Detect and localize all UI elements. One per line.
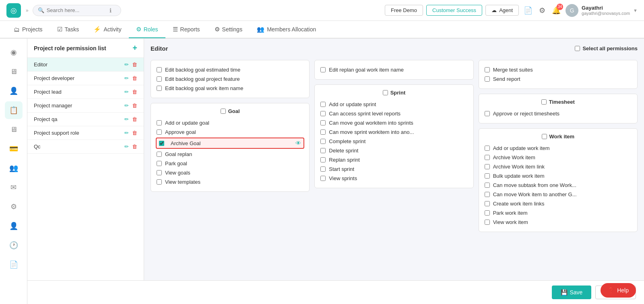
customer-success-button[interactable]: Customer Success	[426, 5, 482, 16]
cb-park-goal[interactable]	[157, 161, 162, 166]
cb-view-templates[interactable]	[157, 179, 162, 185]
cb-backlog-project-feature[interactable]	[157, 76, 162, 82]
goal-header-checkbox[interactable]	[221, 109, 226, 114]
add-role-button[interactable]: +	[132, 43, 137, 53]
col1: Edit backlog goal estimated time Edit ba…	[151, 60, 310, 232]
tab-reports[interactable]: ☰ Reports	[165, 21, 207, 38]
save-icon: 💾	[561, 289, 568, 296]
cb-approve-reject-timesheets[interactable]	[485, 111, 490, 116]
sidebar-item-settings[interactable]: ⚙	[5, 198, 23, 216]
cb-complete-sprint[interactable]	[320, 139, 326, 144]
user-menu[interactable]: G Gayathri gayathri@snovasys.com ▼	[566, 4, 638, 17]
edit-icon-qc[interactable]: ✏	[124, 144, 129, 150]
agent-button[interactable]: ☁ Agent	[485, 5, 519, 16]
cb-delete-sprint[interactable]	[320, 148, 326, 153]
sidebar-item-billing[interactable]: 💳	[5, 140, 23, 158]
select-all-label[interactable]: Select all permissions	[575, 45, 638, 51]
delete-icon-qa[interactable]: 🗑	[132, 116, 137, 122]
edit-icon-editor[interactable]: ✏	[124, 62, 129, 68]
tasks-icon: ☑	[57, 26, 62, 33]
sidebar-item-mail[interactable]: ✉	[5, 179, 23, 196]
role-item-project-support[interactable]: Project support role ✏ 🗑	[27, 126, 144, 140]
edit-icon-lead[interactable]: ✏	[124, 89, 129, 95]
delete-icon-lead[interactable]: 🗑	[132, 89, 137, 95]
tab-roles[interactable]: ⚙ Roles	[129, 21, 165, 38]
edit-icon-qa[interactable]: ✏	[124, 116, 129, 122]
sidebar-item-display[interactable]: 🖥	[5, 121, 23, 138]
delete-icon-manager[interactable]: 🗑	[132, 103, 137, 109]
cb-move-work-item-goal[interactable]	[485, 192, 490, 197]
role-item-project-developer[interactable]: Project developer ✏ 🗑	[27, 72, 144, 85]
settings-icon: ⚙	[215, 26, 220, 33]
cb-bulk-update-work-item[interactable]	[485, 173, 490, 179]
sprint-header-checkbox[interactable]	[383, 90, 388, 95]
role-item-editor[interactable]: Editor ✏ 🗑	[27, 58, 144, 72]
sidebar-item-users[interactable]: 👤	[5, 82, 23, 100]
perm-archive-goal: Archive Goal 👁	[156, 138, 304, 149]
cb-create-work-item-links[interactable]	[485, 201, 490, 206]
tab-projects[interactable]: 🗂 Projects	[6, 21, 50, 38]
cb-merge-test-suites[interactable]	[485, 67, 490, 72]
user-name: Gayathri	[582, 5, 630, 11]
sidebar-item-account[interactable]: 👤	[5, 217, 23, 235]
delete-icon-editor[interactable]: 🗑	[132, 62, 137, 68]
cb-backlog-work-item[interactable]	[157, 86, 162, 91]
cb-add-update-goal[interactable]	[157, 120, 162, 125]
tab-settings[interactable]: ⚙ Settings	[207, 21, 250, 38]
cb-archive-work-item[interactable]	[485, 155, 490, 160]
sidebar-item-tv[interactable]: 🖥	[5, 63, 23, 80]
delete-icon-dev[interactable]: 🗑	[132, 75, 137, 81]
edit-icon-dev[interactable]: ✏	[124, 75, 129, 81]
role-item-project-lead[interactable]: Project lead ✏ 🗑	[27, 85, 144, 99]
sidebar-item-projects[interactable]: 📋	[5, 101, 23, 119]
notification-icon[interactable]: 🔔 34	[550, 4, 562, 16]
role-item-project-qa[interactable]: Project qa ✏ 🗑	[27, 113, 144, 126]
cb-sprint-level-reports[interactable]	[320, 111, 326, 116]
cb-archive-goal[interactable]	[159, 141, 164, 146]
role-item-qc[interactable]: Qc ✏ 🗑	[27, 140, 144, 154]
cb-move-sprint-workitem[interactable]	[320, 129, 326, 135]
eye-icon[interactable]: 👁	[295, 140, 301, 146]
info-icon[interactable]: ℹ	[109, 7, 111, 14]
cb-view-work-item[interactable]	[485, 220, 490, 225]
cb-start-sprint[interactable]	[320, 166, 326, 172]
cb-view-sprints[interactable]	[320, 176, 326, 181]
role-item-project-manager[interactable]: Project manager ✏ 🗑	[27, 99, 144, 113]
cb-move-goal-workitem[interactable]	[320, 120, 326, 125]
save-button[interactable]: 💾 Save	[552, 286, 592, 299]
document-icon[interactable]: 📄	[522, 4, 534, 16]
delete-icon-support[interactable]: 🗑	[132, 130, 137, 136]
free-demo-button[interactable]: Free Demo	[385, 5, 423, 16]
cb-archive-work-item-link[interactable]	[485, 164, 490, 169]
cb-add-update-work-item[interactable]	[485, 146, 490, 151]
sidebar-item-dashboard[interactable]: ◉	[5, 43, 23, 61]
cb-send-report[interactable]	[485, 76, 490, 82]
cb-replan-sprint[interactable]	[320, 157, 326, 162]
delete-icon-qc[interactable]: 🗑	[132, 144, 137, 150]
tab-activity[interactable]: ⚡ Activity	[86, 21, 128, 38]
cb-goal-replan[interactable]	[157, 152, 162, 157]
work-item-header-checkbox[interactable]	[542, 134, 547, 139]
topbar-right: Free Demo Customer Success ☁ Agent 📄 ⚙ 🔔…	[385, 4, 638, 17]
edit-icon-support[interactable]: ✏	[124, 130, 129, 136]
timesheet-header-checkbox[interactable]	[541, 99, 547, 105]
cb-move-subtask[interactable]	[485, 183, 490, 188]
settings-icon[interactable]: ⚙	[537, 4, 547, 16]
sidebar-item-clock[interactable]: 🕐	[5, 236, 23, 254]
edit-icon-manager[interactable]: ✏	[124, 103, 129, 109]
app-logo[interactable]: ◎	[6, 3, 21, 18]
expand-icon[interactable]: »	[26, 8, 29, 13]
select-all-checkbox[interactable]	[575, 46, 580, 51]
cb-view-goals[interactable]	[157, 170, 162, 175]
cb-add-update-sprint[interactable]	[320, 102, 326, 107]
tab-members-allocation[interactable]: 👥 Members Allocation	[250, 21, 323, 38]
cb-approve-goal[interactable]	[157, 129, 162, 135]
help-button[interactable]: ❓ Help	[601, 283, 636, 298]
cb-park-work-item[interactable]	[485, 210, 490, 216]
search-input[interactable]	[47, 7, 107, 13]
cb-backlog-estimated[interactable]	[157, 67, 162, 72]
sidebar-item-team[interactable]: 👥	[5, 159, 23, 177]
cb-edit-replan-goal[interactable]	[320, 67, 326, 72]
tab-tasks[interactable]: ☑ Tasks	[50, 21, 87, 38]
sidebar-item-archive[interactable]: 📄	[5, 256, 23, 273]
